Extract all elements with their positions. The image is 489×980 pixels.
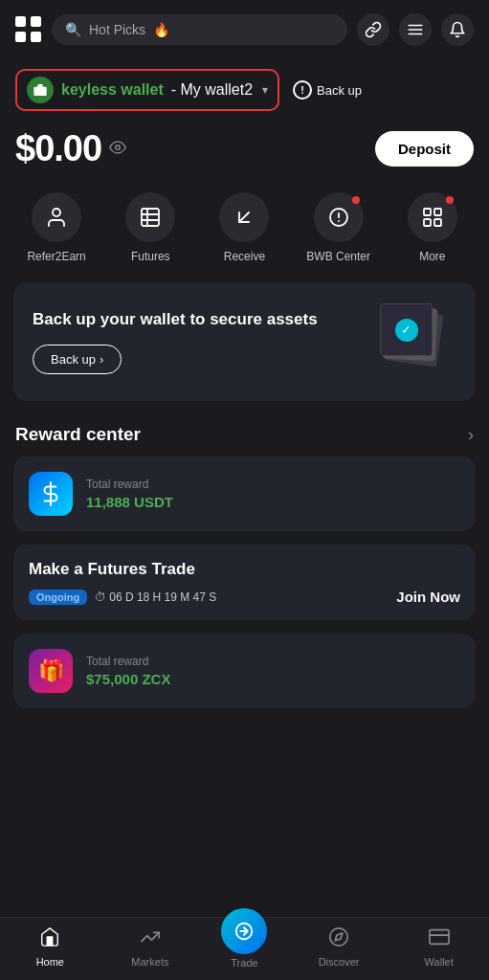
reward-card-2[interactable]: 🎁 Total reward $75,000 ZCX [13, 634, 476, 708]
action-label-bwb: BWB Center [306, 250, 370, 263]
chevron-down-icon: ▾ [262, 83, 268, 97]
svg-marker-21 [335, 933, 343, 941]
action-label-refer2earn: Refer2Earn [27, 250, 85, 263]
reward-label-2: Total reward [86, 655, 460, 668]
ongoing-badge: Ongoing [29, 590, 87, 605]
tab-home-label: Home [36, 956, 64, 968]
reward-amount-2: $75,000 ZCX [86, 671, 460, 687]
svg-point-4 [116, 145, 121, 149]
grid-menu-icon[interactable] [15, 16, 42, 43]
action-bwb[interactable]: BWB Center [305, 192, 372, 263]
reward-center-header: Reward center › [0, 420, 489, 457]
backup-card-title: Back up your wallet to secure assets [33, 309, 380, 330]
reward-icon-1 [29, 472, 73, 516]
tab-markets[interactable]: Markets [122, 926, 179, 968]
countdown-timer: ⏱ 06 D 18 H 19 M 47 S [95, 590, 216, 604]
wallet-subname: - My wallet2 [171, 81, 253, 99]
more-icon-wrap [408, 192, 457, 242]
svg-rect-17 [434, 219, 441, 226]
balance-section: $0.00 Deposit [0, 121, 489, 185]
backup-button[interactable]: ! Back up [293, 80, 362, 100]
wallet-name: keyless wallet [61, 81, 164, 99]
tab-wallet[interactable]: Wallet [411, 926, 468, 968]
backup-card-button[interactable]: Back up › [33, 345, 122, 374]
book-front: ✓ [380, 303, 433, 356]
menu-lines-icon[interactable] [399, 13, 432, 46]
action-label-more: More [419, 250, 445, 263]
eye-icon[interactable] [109, 139, 126, 160]
backup-card-image: ✓ [380, 303, 456, 380]
link-icon[interactable] [357, 13, 389, 46]
wallet-icon [429, 926, 450, 953]
backup-label: Back up [317, 83, 362, 98]
tab-trade[interactable]: Trade [221, 925, 267, 969]
action-receive[interactable]: Receive [211, 192, 278, 263]
bell-icon[interactable] [441, 13, 474, 46]
svg-point-5 [53, 209, 60, 216]
reward-center-title: Reward center [15, 424, 141, 445]
action-futures[interactable]: Futures [117, 192, 184, 263]
receive-icon-wrap [219, 192, 269, 242]
tab-markets-label: Markets [131, 956, 168, 968]
backup-card: Back up your wallet to secure assets Bac… [13, 282, 476, 401]
reward-icon-2: 🎁 [29, 649, 73, 693]
search-text: Hot Picks [89, 22, 145, 37]
more-notification-dot [446, 196, 454, 204]
reward-card-1[interactable]: Total reward 11,888 USDT [13, 457, 476, 531]
futures-card-title: Make a Futures Trade [29, 560, 460, 579]
balance-amount: $0.00 [15, 128, 126, 169]
futures-trade-card: Make a Futures Trade Ongoing ⏱ 06 D 18 H… [13, 545, 476, 620]
markets-icon [140, 926, 161, 953]
svg-rect-14 [424, 209, 431, 215]
svg-line-10 [239, 212, 249, 222]
wallet-selector[interactable]: keyless wallet - My wallet2 ▾ [15, 69, 279, 111]
tab-discover-label: Discover [319, 956, 360, 968]
search-bar[interactable]: 🔍 Hot Picks 🔥 [52, 14, 347, 45]
backup-card-btn-arrow: › [100, 352, 103, 367]
balance-value: $0.00 [15, 128, 101, 169]
wallet-row: keyless wallet - My wallet2 ▾ ! Back up [0, 59, 489, 121]
trade-center-button[interactable] [221, 908, 267, 954]
svg-rect-6 [142, 209, 159, 226]
quick-actions: Refer2Earn Futures Receive [0, 185, 489, 282]
svg-rect-15 [434, 209, 441, 215]
bwb-notification-dot [352, 196, 360, 204]
bwb-icon-wrap [314, 192, 364, 242]
svg-rect-16 [424, 219, 431, 226]
home-icon [39, 926, 60, 953]
futures-icon-wrap [125, 192, 175, 242]
backup-icon: ! [293, 80, 312, 100]
deposit-button[interactable]: Deposit [375, 131, 474, 167]
tab-discover[interactable]: Discover [310, 926, 367, 968]
bottom-nav: Home Markets Trade Discover [0, 917, 489, 980]
book-stack-illustration: ✓ [380, 303, 447, 370]
futures-card-meta: Ongoing ⏱ 06 D 18 H 19 M 47 S Join Now [29, 589, 460, 605]
reward-center-chevron[interactable]: › [468, 425, 474, 445]
discover-icon [328, 926, 349, 953]
svg-rect-22 [430, 930, 449, 945]
tab-trade-label: Trade [231, 957, 257, 969]
action-more[interactable]: More [399, 192, 466, 263]
tab-home[interactable]: Home [21, 926, 78, 968]
refer2earn-icon-wrap [32, 192, 81, 242]
top-nav: 🔍 Hot Picks 🔥 [0, 0, 489, 59]
countdown-value: 06 D 18 H 19 M 47 S [109, 590, 216, 604]
action-label-futures: Futures [131, 250, 170, 263]
svg-point-20 [330, 928, 347, 946]
backup-card-text: Back up your wallet to secure assets Bac… [33, 309, 380, 373]
tab-wallet-label: Wallet [425, 956, 454, 968]
clock-icon: ⏱ [95, 590, 106, 604]
join-now-button[interactable]: Join Now [396, 589, 460, 605]
action-label-receive: Receive [224, 250, 265, 263]
reward-label-1: Total reward [86, 478, 460, 491]
backup-card-btn-label: Back up [51, 352, 96, 367]
reward-info-1: Total reward 11,888 USDT [86, 478, 460, 510]
search-icon: 🔍 [65, 22, 81, 37]
action-refer2earn[interactable]: Refer2Earn [23, 192, 90, 263]
wallet-avatar [27, 77, 54, 103]
reward-amount-1: 11,888 USDT [86, 494, 460, 510]
fire-emoji: 🔥 [153, 22, 169, 37]
book-check-icon: ✓ [395, 319, 418, 342]
futures-card-left: Ongoing ⏱ 06 D 18 H 19 M 47 S [29, 590, 216, 605]
reward-info-2: Total reward $75,000 ZCX [86, 655, 460, 687]
